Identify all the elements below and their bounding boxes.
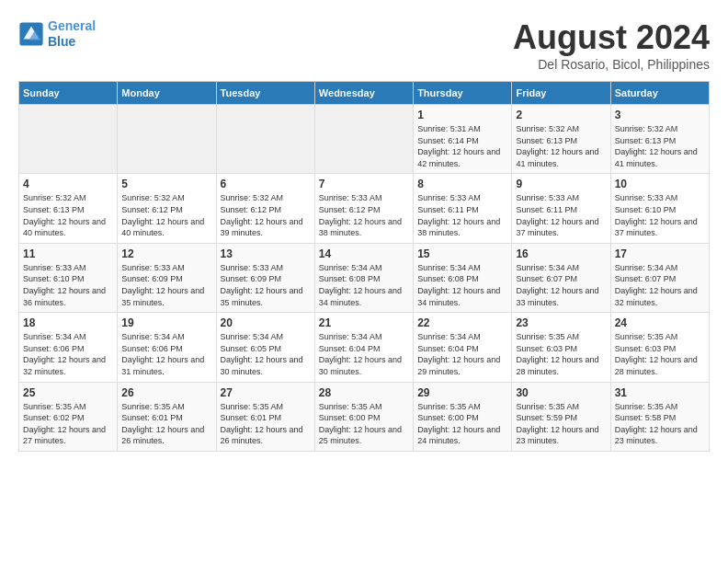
day-number: 25 (23, 386, 113, 399)
calendar-cell: 30Sunrise: 5:35 AM Sunset: 5:59 PM Dayli… (512, 382, 610, 451)
day-number: 4 (23, 178, 113, 190)
day-number: 31 (615, 386, 705, 399)
day-info: Sunrise: 5:34 AM Sunset: 6:07 PM Dayligh… (615, 262, 705, 308)
day-info: Sunrise: 5:33 AM Sunset: 6:12 PM Dayligh… (319, 192, 409, 238)
calendar-subtitle: Del Rosario, Bicol, Philippines (513, 57, 710, 72)
calendar-cell: 2Sunrise: 5:32 AM Sunset: 6:13 PM Daylig… (512, 105, 610, 174)
weekday-header-row: SundayMondayTuesdayWednesdayThursdayFrid… (19, 82, 710, 105)
calendar-cell: 4Sunrise: 5:32 AM Sunset: 6:13 PM Daylig… (19, 174, 118, 243)
calendar-cell: 27Sunrise: 5:35 AM Sunset: 6:01 PM Dayli… (216, 382, 314, 451)
day-info: Sunrise: 5:33 AM Sunset: 6:10 PM Dayligh… (615, 192, 705, 238)
day-number: 3 (615, 109, 705, 121)
calendar-cell: 9Sunrise: 5:33 AM Sunset: 6:11 PM Daylig… (512, 174, 610, 243)
calendar-cell: 20Sunrise: 5:34 AM Sunset: 6:05 PM Dayli… (216, 313, 314, 382)
calendar-week-row: 1Sunrise: 5:31 AM Sunset: 6:14 PM Daylig… (19, 105, 710, 174)
calendar-cell (118, 105, 216, 174)
calendar-cell: 23Sunrise: 5:35 AM Sunset: 6:03 PM Dayli… (512, 313, 610, 382)
calendar-title: August 2024 (513, 18, 710, 57)
day-number: 16 (516, 247, 606, 260)
day-number: 15 (417, 247, 507, 260)
day-info: Sunrise: 5:35 AM Sunset: 6:03 PM Dayligh… (615, 331, 705, 377)
calendar-cell: 13Sunrise: 5:33 AM Sunset: 6:09 PM Dayli… (216, 243, 314, 312)
calendar-week-row: 18Sunrise: 5:34 AM Sunset: 6:06 PM Dayli… (19, 313, 710, 382)
calendar-cell: 16Sunrise: 5:34 AM Sunset: 6:07 PM Dayli… (512, 243, 610, 312)
calendar-cell: 31Sunrise: 5:35 AM Sunset: 5:58 PM Dayli… (610, 382, 709, 451)
day-info: Sunrise: 5:34 AM Sunset: 6:08 PM Dayligh… (417, 262, 507, 308)
weekday-header: Tuesday (216, 82, 314, 105)
day-info: Sunrise: 5:31 AM Sunset: 6:14 PM Dayligh… (417, 123, 507, 169)
calendar-cell: 3Sunrise: 5:32 AM Sunset: 6:13 PM Daylig… (610, 105, 709, 174)
day-number: 27 (221, 386, 311, 399)
day-number: 12 (121, 247, 211, 260)
day-number: 13 (221, 247, 311, 260)
day-number: 8 (417, 178, 507, 190)
calendar-cell: 28Sunrise: 5:35 AM Sunset: 6:00 PM Dayli… (314, 382, 413, 451)
logo-icon (18, 21, 44, 47)
calendar-cell (216, 105, 314, 174)
calendar-week-row: 4Sunrise: 5:32 AM Sunset: 6:13 PM Daylig… (19, 174, 710, 243)
day-number: 7 (319, 178, 409, 190)
day-number: 29 (417, 386, 507, 399)
day-info: Sunrise: 5:33 AM Sunset: 6:09 PM Dayligh… (221, 262, 311, 308)
day-info: Sunrise: 5:33 AM Sunset: 6:10 PM Dayligh… (23, 262, 113, 308)
day-info: Sunrise: 5:35 AM Sunset: 6:00 PM Dayligh… (319, 401, 409, 447)
calendar-cell: 22Sunrise: 5:34 AM Sunset: 6:04 PM Dayli… (414, 313, 512, 382)
day-number: 2 (516, 109, 606, 121)
calendar-cell: 24Sunrise: 5:35 AM Sunset: 6:03 PM Dayli… (610, 313, 709, 382)
weekday-header: Sunday (19, 82, 118, 105)
day-info: Sunrise: 5:35 AM Sunset: 6:00 PM Dayligh… (417, 401, 507, 447)
day-info: Sunrise: 5:33 AM Sunset: 6:11 PM Dayligh… (516, 192, 606, 238)
calendar-cell: 26Sunrise: 5:35 AM Sunset: 6:01 PM Dayli… (118, 382, 216, 451)
calendar-cell: 19Sunrise: 5:34 AM Sunset: 6:06 PM Dayli… (118, 313, 216, 382)
calendar-cell: 7Sunrise: 5:33 AM Sunset: 6:12 PM Daylig… (314, 174, 413, 243)
day-number: 14 (319, 247, 409, 260)
day-number: 21 (319, 316, 409, 329)
day-number: 19 (121, 316, 211, 329)
day-number: 11 (23, 247, 113, 260)
day-info: Sunrise: 5:35 AM Sunset: 5:58 PM Dayligh… (615, 401, 705, 447)
day-info: Sunrise: 5:34 AM Sunset: 6:04 PM Dayligh… (319, 331, 409, 377)
day-info: Sunrise: 5:32 AM Sunset: 6:12 PM Dayligh… (121, 192, 211, 238)
day-info: Sunrise: 5:32 AM Sunset: 6:13 PM Dayligh… (615, 123, 705, 169)
calendar-cell: 21Sunrise: 5:34 AM Sunset: 6:04 PM Dayli… (314, 313, 413, 382)
day-info: Sunrise: 5:34 AM Sunset: 6:06 PM Dayligh… (23, 331, 113, 377)
calendar-cell: 14Sunrise: 5:34 AM Sunset: 6:08 PM Dayli… (314, 243, 413, 312)
day-info: Sunrise: 5:35 AM Sunset: 6:01 PM Dayligh… (221, 401, 311, 447)
day-number: 1 (417, 109, 507, 121)
calendar-cell: 11Sunrise: 5:33 AM Sunset: 6:10 PM Dayli… (19, 243, 118, 312)
day-number: 26 (121, 386, 211, 399)
day-info: Sunrise: 5:34 AM Sunset: 6:06 PM Dayligh… (121, 331, 211, 377)
calendar-cell (314, 105, 413, 174)
day-info: Sunrise: 5:32 AM Sunset: 6:13 PM Dayligh… (23, 192, 113, 238)
calendar-cell: 6Sunrise: 5:32 AM Sunset: 6:12 PM Daylig… (216, 174, 314, 243)
day-info: Sunrise: 5:34 AM Sunset: 6:04 PM Dayligh… (417, 331, 507, 377)
calendar-week-row: 25Sunrise: 5:35 AM Sunset: 6:02 PM Dayli… (19, 382, 710, 451)
calendar-cell: 8Sunrise: 5:33 AM Sunset: 6:11 PM Daylig… (414, 174, 512, 243)
calendar-cell: 15Sunrise: 5:34 AM Sunset: 6:08 PM Dayli… (414, 243, 512, 312)
title-area: August 2024 Del Rosario, Bicol, Philippi… (513, 18, 710, 72)
day-info: Sunrise: 5:32 AM Sunset: 6:13 PM Dayligh… (516, 123, 606, 169)
day-number: 30 (516, 386, 606, 399)
day-info: Sunrise: 5:32 AM Sunset: 6:12 PM Dayligh… (221, 192, 311, 238)
weekday-header: Saturday (610, 82, 709, 105)
day-info: Sunrise: 5:35 AM Sunset: 5:59 PM Dayligh… (516, 401, 606, 447)
weekday-header: Friday (512, 82, 610, 105)
weekday-header: Wednesday (314, 82, 413, 105)
logo: General Blue (18, 18, 96, 50)
day-number: 24 (615, 316, 705, 329)
calendar-cell: 25Sunrise: 5:35 AM Sunset: 6:02 PM Dayli… (19, 382, 118, 451)
page-header: General Blue August 2024 Del Rosario, Bi… (18, 18, 710, 72)
day-number: 28 (319, 386, 409, 399)
day-info: Sunrise: 5:34 AM Sunset: 6:05 PM Dayligh… (221, 331, 311, 377)
calendar-cell: 12Sunrise: 5:33 AM Sunset: 6:09 PM Dayli… (118, 243, 216, 312)
calendar-cell: 10Sunrise: 5:33 AM Sunset: 6:10 PM Dayli… (610, 174, 709, 243)
day-number: 17 (615, 247, 705, 260)
day-info: Sunrise: 5:34 AM Sunset: 6:08 PM Dayligh… (319, 262, 409, 308)
weekday-header: Thursday (414, 82, 512, 105)
day-number: 23 (516, 316, 606, 329)
day-number: 9 (516, 178, 606, 190)
calendar-table: SundayMondayTuesdayWednesdayThursdayFrid… (18, 81, 710, 452)
day-info: Sunrise: 5:35 AM Sunset: 6:03 PM Dayligh… (516, 331, 606, 377)
day-info: Sunrise: 5:33 AM Sunset: 6:09 PM Dayligh… (121, 262, 211, 308)
day-info: Sunrise: 5:35 AM Sunset: 6:01 PM Dayligh… (121, 401, 211, 447)
